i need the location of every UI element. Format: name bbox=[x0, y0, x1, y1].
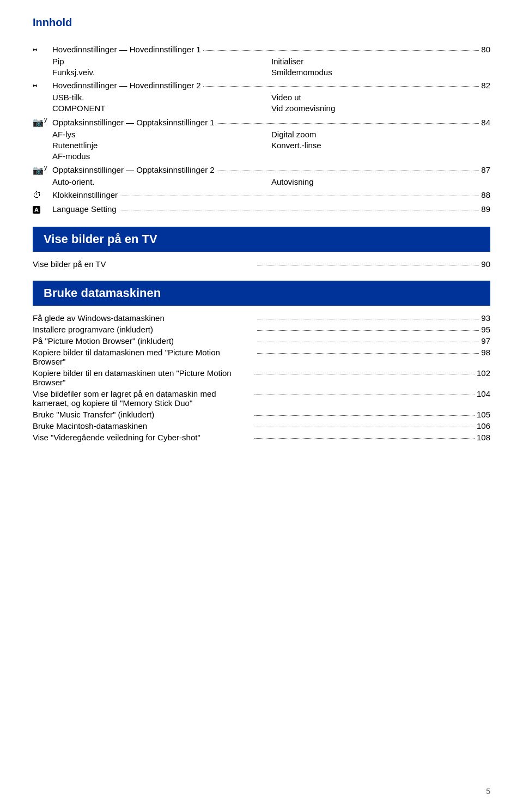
computer-entry-1: Få glede av Windows-datamaskinen 93 bbox=[33, 313, 490, 323]
dots-1 bbox=[203, 50, 479, 51]
entry-6-label: Language Setting bbox=[52, 204, 117, 214]
entry-3-page: 84 bbox=[481, 118, 490, 127]
entry-2-page: 82 bbox=[481, 81, 490, 90]
tv-label-1: Vise bilder på en TV bbox=[33, 259, 255, 269]
sub-col-right-2: Smildemomodus bbox=[271, 68, 490, 77]
computer-entry-9: Vise "Videregående veiledning for Cyber-… bbox=[33, 433, 490, 442]
computer-label-1: Få glede av Windows-datamaskinen bbox=[33, 313, 255, 323]
sub-col-af-lys: AF-lys bbox=[52, 130, 271, 139]
computer-entry-5: Kopiere bilder til en datamaskinen uten … bbox=[33, 368, 490, 387]
sub-col-af-modus: AF-modus bbox=[52, 152, 271, 161]
sub-col-auto-orient: Auto-orient. bbox=[52, 177, 271, 186]
computer-label-8: Bruke Macintosh-datamaskinen bbox=[33, 421, 252, 431]
computer-page-1: 93 bbox=[481, 313, 490, 323]
sub-items-3b: Rutenettlinje Konvert.-linse bbox=[52, 141, 490, 150]
computer-section-header: Bruke datamaskinen bbox=[33, 281, 490, 306]
computer-label-3: På "Picture Motion Browser" (inkludert) bbox=[33, 336, 255, 346]
dots-5 bbox=[120, 196, 479, 196]
entry-2-label: Hovedinnstillinger — Hovedinnstillinger … bbox=[52, 81, 201, 90]
computer-label-9: Vise "Videregående veiledning for Cyber-… bbox=[33, 433, 252, 442]
sub-items-3c: AF-modus bbox=[52, 152, 490, 161]
sub-col-left-2: Funksj.veiv. bbox=[52, 68, 271, 77]
clock-icon: ⏱ bbox=[33, 190, 52, 201]
sub-items-2a: USB-tilk. Video ut bbox=[52, 93, 490, 102]
computer-page-7: 105 bbox=[477, 410, 490, 419]
computer-dots-5 bbox=[254, 374, 474, 374]
computer-dots-1 bbox=[257, 319, 479, 319]
sub-col-usb: USB-tilk. bbox=[52, 93, 271, 102]
sub-col-right: Initialiser bbox=[271, 57, 490, 66]
computer-label-2: Installere programvare (inkludert) bbox=[33, 325, 255, 334]
tv-section-header: Vise bilder på en TV bbox=[33, 227, 490, 252]
entry-3-label: Opptaksinnstillinger — Opptaksinnstillin… bbox=[52, 118, 215, 127]
toc-entry-4: 📷y Opptaksinnstillinger — Opptaksinnstil… bbox=[33, 164, 490, 187]
computer-page-5: 102 bbox=[477, 368, 490, 378]
sub-col-empty bbox=[271, 152, 490, 161]
computer-page-4: 98 bbox=[481, 348, 490, 357]
sub-col-component: COMPONENT bbox=[52, 104, 271, 113]
entry-1-page: 80 bbox=[481, 45, 490, 54]
toc-entry-6: A Language Setting 89 bbox=[33, 204, 490, 215]
computer-dots-3 bbox=[257, 342, 479, 342]
computer-entry-8: Bruke Macintosh-datamaskinen 106 bbox=[33, 421, 490, 431]
computer-dots-4 bbox=[257, 353, 479, 354]
page-title: Innhold bbox=[33, 16, 490, 29]
computer-page-2: 95 bbox=[481, 325, 490, 334]
camera-icon-2: 📷y bbox=[33, 164, 52, 176]
entry-4-page: 87 bbox=[481, 165, 490, 174]
tv-dots-1 bbox=[257, 265, 479, 265]
tv-page-1: 90 bbox=[481, 259, 490, 269]
toc-entry-5: ⏱ Klokkeinnstillinger 88 bbox=[33, 190, 490, 201]
tv-entry-1: Vise bilder på en TV 90 bbox=[33, 259, 490, 269]
entry-1-label: Hovedinnstillinger — Hovedinnstillinger … bbox=[52, 45, 201, 54]
computer-dots-2 bbox=[257, 330, 479, 331]
computer-page-3: 97 bbox=[481, 336, 490, 346]
dots-4 bbox=[217, 171, 479, 171]
computer-entry-7: Bruke "Music Transfer" (inkludert) 105 bbox=[33, 410, 490, 419]
sub-col-vid-zoom: Vid zoomevisning bbox=[271, 104, 490, 113]
computer-toc-section: Få glede av Windows-datamaskinen 93 Inst… bbox=[33, 313, 490, 442]
computer-entry-6: Vise bildefiler som er lagret på en data… bbox=[33, 389, 490, 408]
entry-5-label: Klokkeinnstillinger bbox=[52, 190, 118, 199]
computer-dots-8 bbox=[254, 427, 474, 427]
sub-col-autovisning: Autovisning bbox=[271, 177, 490, 186]
sub-col-video: Video ut bbox=[271, 93, 490, 102]
entry-6-page: 89 bbox=[481, 204, 490, 214]
settings-icon-2: ꟷ bbox=[33, 80, 52, 91]
tv-toc-section: Vise bilder på en TV 90 bbox=[33, 259, 490, 269]
computer-entry-3: På "Picture Motion Browser" (inkludert) … bbox=[33, 336, 490, 346]
computer-dots-7 bbox=[254, 415, 474, 416]
settings-icon-1: ꟷ bbox=[33, 44, 52, 55]
entry-5-page: 88 bbox=[481, 190, 490, 199]
computer-label-7: Bruke "Music Transfer" (inkludert) bbox=[33, 410, 252, 419]
computer-page-9: 108 bbox=[477, 433, 490, 442]
sub-items-3a: AF-lys Digital zoom bbox=[52, 130, 490, 139]
language-icon: A bbox=[33, 204, 52, 215]
dots-2 bbox=[203, 86, 479, 87]
computer-label-6: Vise bildefiler som er lagret på en data… bbox=[33, 389, 252, 408]
sub-items-1: Pip Initialiser bbox=[52, 57, 490, 66]
entry-4-label: Opptaksinnstillinger — Opptaksinnstillin… bbox=[52, 165, 215, 174]
page-number: 5 bbox=[486, 787, 490, 796]
computer-dots-6 bbox=[254, 395, 474, 395]
sub-col-left: Pip bbox=[52, 57, 271, 66]
computer-page-8: 106 bbox=[477, 421, 490, 431]
computer-label-5: Kopiere bilder til en datamaskinen uten … bbox=[33, 368, 252, 387]
toc-entry-2: ꟷ Hovedinnstillinger — Hovedinnstillinge… bbox=[33, 80, 490, 113]
computer-entry-2: Installere programvare (inkludert) 95 bbox=[33, 325, 490, 334]
dots-3 bbox=[217, 123, 479, 124]
computer-entry-4: Kopiere bilder til datamaskinen med "Pic… bbox=[33, 348, 490, 366]
toc-entry-3: 📷y Opptaksinnstillinger — Opptaksinnstil… bbox=[33, 116, 490, 161]
sub-col-digital-zoom: Digital zoom bbox=[271, 130, 490, 139]
lang-icon-sym: A bbox=[33, 206, 40, 214]
sub-items-4a: Auto-orient. Autovisning bbox=[52, 177, 490, 186]
computer-label-4: Kopiere bilder til datamaskinen med "Pic… bbox=[33, 348, 255, 366]
toc-section: ꟷ Hovedinnstillinger — Hovedinnstillinge… bbox=[33, 44, 490, 215]
camera-icon-1: 📷y bbox=[33, 116, 52, 128]
sub-items-1b: Funksj.veiv. Smildemomodus bbox=[52, 68, 490, 77]
computer-page-6: 104 bbox=[477, 389, 490, 398]
computer-dots-9 bbox=[254, 438, 474, 439]
toc-entry-1: ꟷ Hovedinnstillinger — Hovedinnstillinge… bbox=[33, 44, 490, 77]
sub-col-rutenett: Rutenettlinje bbox=[52, 141, 271, 150]
sub-col-konvert: Konvert.-linse bbox=[271, 141, 490, 150]
